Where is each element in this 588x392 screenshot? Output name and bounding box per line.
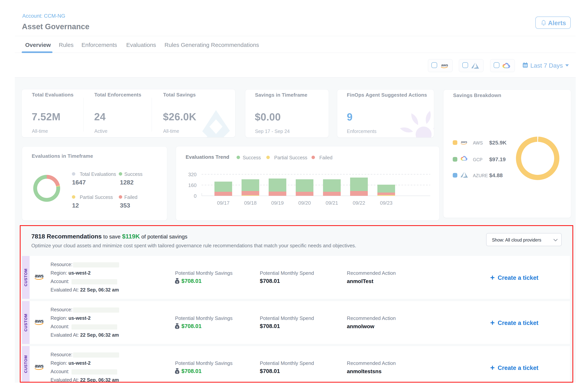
svg-text:aws: aws: [461, 140, 467, 144]
svg-text:aws: aws: [441, 63, 448, 67]
